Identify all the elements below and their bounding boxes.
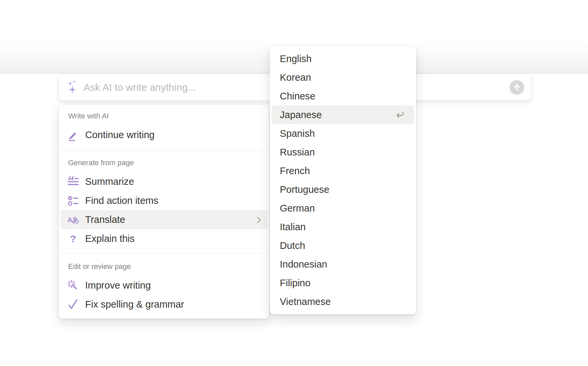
menu-item-summarize[interactable]: Summarize: [59, 172, 269, 191]
menu-item-label: Summarize: [85, 176, 134, 187]
question-mark-icon: ?: [67, 233, 79, 245]
language-label: Japanese: [280, 109, 322, 120]
wand-icon: [67, 279, 79, 292]
language-label: Korean: [280, 72, 311, 83]
language-option-russian[interactable]: Russian: [272, 143, 414, 161]
menu-item-label: Explain this: [85, 233, 135, 244]
submit-button[interactable]: [510, 80, 524, 95]
ai-command-menu: Write with AI Continue writing Generate …: [59, 105, 269, 319]
translate-language-submenu: English Korean Chinese Japanese Spanish …: [270, 46, 416, 314]
arrow-up-icon: [513, 83, 521, 92]
language-option-italian[interactable]: Italian: [272, 218, 414, 236]
language-option-german[interactable]: German: [272, 199, 414, 218]
language-label: Spanish: [280, 128, 315, 139]
language-option-korean[interactable]: Korean: [272, 68, 414, 87]
language-option-japanese[interactable]: Japanese: [272, 105, 414, 124]
menu-item-translate[interactable]: Aあ Translate: [60, 210, 267, 229]
menu-item-improve-writing[interactable]: Improve writing: [59, 276, 269, 295]
language-label: Filipino: [280, 278, 311, 289]
menu-item-label: Fix spelling & grammar: [85, 299, 184, 310]
menu-item-find-action-items[interactable]: Find action items: [59, 191, 269, 210]
menu-item-continue-writing[interactable]: Continue writing: [59, 125, 269, 144]
chevron-right-icon: [255, 215, 263, 225]
translate-icon: Aあ: [67, 214, 79, 226]
language-label: French: [280, 165, 310, 176]
menu-item-fix-spelling[interactable]: Fix spelling & grammar: [59, 295, 269, 314]
language-option-spanish[interactable]: Spanish: [272, 124, 414, 143]
language-option-filipino[interactable]: Filipino: [272, 274, 414, 292]
language-label: Italian: [280, 222, 306, 233]
language-option-portuguese[interactable]: Portuguese: [272, 180, 414, 199]
language-label: Indonesian: [280, 259, 327, 270]
language-label: Vietnamese: [280, 296, 331, 307]
menu-divider: [59, 254, 269, 254]
summarize-icon: [67, 175, 79, 188]
language-option-vietnamese[interactable]: Vietnamese: [272, 292, 414, 311]
section-header-write-with-ai: Write with AI: [59, 109, 269, 123]
menu-item-label: Continue writing: [85, 129, 155, 140]
enter-key-icon: [394, 109, 405, 120]
language-label: English: [280, 53, 312, 64]
language-label: Russian: [280, 147, 315, 158]
language-option-indonesian[interactable]: Indonesian: [272, 255, 414, 274]
language-option-french[interactable]: French: [272, 161, 414, 180]
notion-ai-overlay: Write with AI Continue writing Generate …: [0, 0, 588, 366]
menu-item-label: Improve writing: [85, 280, 151, 291]
section-header-edit-or-review: Edit or review page: [59, 259, 269, 274]
language-label: Portuguese: [280, 184, 329, 195]
language-option-english[interactable]: English: [272, 49, 414, 68]
checklist-icon: [67, 195, 79, 207]
menu-item-explain-this[interactable]: ? Explain this: [59, 229, 269, 248]
sparkle-icon: [67, 80, 81, 95]
menu-divider: [59, 150, 269, 150]
language-label: Dutch: [280, 240, 305, 251]
language-label: Chinese: [280, 91, 315, 102]
menu-item-label: Find action items: [85, 195, 158, 206]
pencil-icon: [67, 129, 79, 141]
menu-item-label: Translate: [85, 214, 125, 225]
language-label: German: [280, 203, 315, 214]
language-option-chinese[interactable]: Chinese: [272, 87, 414, 105]
language-option-dutch[interactable]: Dutch: [272, 236, 414, 255]
section-header-generate-from-page: Generate from page: [59, 155, 269, 170]
check-icon: [67, 298, 79, 311]
